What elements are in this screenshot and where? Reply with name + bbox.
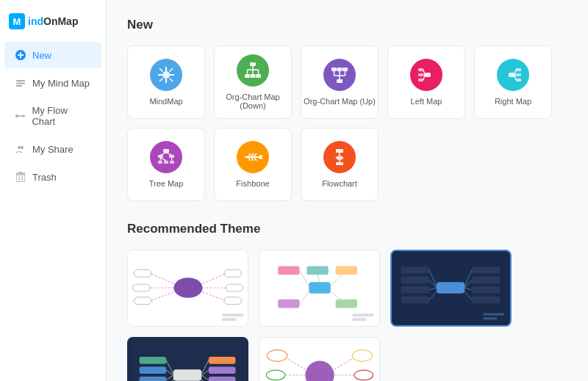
new-map-grid: MindMap Org-Chart Map (Down) Org-Chart M…: [127, 46, 567, 201]
right-map-icon-circle: [497, 59, 529, 91]
svg-rect-139: [209, 377, 236, 381]
svg-line-26: [159, 79, 163, 82]
tree-map-label: Tree Map: [149, 179, 184, 188]
theme-grid: [127, 250, 567, 381]
left-map-label: Left Map: [411, 97, 442, 106]
svg-rect-39: [343, 68, 348, 71]
sidebar-item-my-share[interactable]: My Share: [4, 136, 101, 162]
svg-line-51: [423, 75, 425, 80]
svg-rect-129: [401, 297, 429, 304]
svg-rect-78: [336, 149, 343, 153]
svg-point-11: [18, 146, 21, 149]
sidebar: M indOnMap New My Mind Map My Flow Chart…: [0, 0, 107, 381]
svg-rect-132: [483, 317, 497, 319]
org-down-label: Org-Chart Map (Down): [215, 92, 291, 110]
svg-line-66: [166, 153, 172, 155]
svg-rect-112: [352, 318, 367, 321]
map-card-tree-map[interactable]: Tree Map: [127, 128, 205, 201]
org-down-icon-circle: [237, 54, 269, 87]
sidebar-trash-label: Trash: [32, 172, 57, 183]
svg-rect-119: [472, 286, 500, 294]
svg-line-24: [170, 79, 173, 82]
map-card-left-map[interactable]: Left Map: [387, 46, 465, 119]
svg-rect-53: [516, 68, 521, 71]
flowchart-icon-circle: [323, 141, 356, 173]
flowchart-label: Flowchart: [322, 179, 357, 188]
theme-card-2[interactable]: [259, 250, 380, 327]
logo-text: indOnMap: [28, 15, 78, 27]
svg-rect-60: [158, 155, 163, 158]
svg-rect-45: [425, 73, 431, 77]
mindmap-icon-circle: [150, 59, 182, 91]
svg-rect-111: [352, 313, 373, 316]
svg-rect-48: [418, 79, 423, 81]
svg-rect-52: [509, 73, 514, 77]
svg-rect-101: [278, 266, 299, 275]
svg-line-65: [161, 153, 167, 155]
map-card-flowchart[interactable]: Flowchart: [301, 128, 379, 201]
svg-line-25: [170, 68, 173, 72]
svg-rect-7: [16, 85, 22, 87]
svg-rect-63: [164, 161, 168, 164]
logo-icon: M: [9, 13, 25, 29]
svg-text:M: M: [13, 16, 21, 27]
svg-rect-28: [245, 74, 250, 78]
left-map-icon-circle: [410, 59, 442, 91]
svg-rect-107: [278, 300, 299, 308]
map-card-org-up[interactable]: Org-Chart Map (Up): [301, 46, 379, 119]
svg-rect-37: [331, 68, 337, 71]
svg-rect-6: [16, 83, 25, 84]
svg-marker-79: [335, 155, 344, 161]
svg-rect-135: [209, 357, 236, 364]
mind-map-icon: [15, 77, 26, 89]
svg-marker-10: [23, 115, 26, 117]
svg-rect-145: [140, 366, 167, 374]
svg-rect-97: [222, 313, 243, 316]
main-content: New MindMap Org-Chart Map (Down) Org-Cha…: [107, 0, 588, 381]
mindmap-label: MindMap: [149, 97, 182, 106]
sidebar-item-trash[interactable]: Trash: [4, 164, 101, 190]
map-card-org-down[interactable]: Org-Chart Map (Down): [214, 46, 292, 119]
svg-line-58: [514, 75, 516, 80]
new-icon: [15, 49, 26, 61]
svg-rect-137: [209, 366, 236, 374]
svg-rect-121: [472, 297, 500, 304]
svg-point-8: [15, 115, 18, 117]
sidebar-item-my-mind-map[interactable]: My Mind Map: [4, 70, 101, 96]
map-card-mindmap[interactable]: MindMap: [127, 46, 205, 119]
map-card-fishbone[interactable]: Fishbone: [214, 128, 292, 201]
svg-rect-36: [337, 79, 343, 83]
new-section-title: New: [127, 18, 567, 32]
svg-point-84: [173, 277, 202, 297]
svg-rect-98: [222, 318, 237, 321]
svg-rect-64: [170, 161, 174, 164]
svg-rect-47: [418, 73, 423, 76]
svg-rect-30: [256, 74, 261, 78]
theme-card-5[interactable]: [259, 337, 380, 381]
sidebar-flow-chart-label: My Flow Chart: [32, 105, 91, 127]
svg-rect-147: [140, 377, 167, 381]
flow-chart-icon: [15, 110, 26, 122]
theme-card-3[interactable]: [390, 250, 512, 327]
svg-rect-61: [169, 155, 174, 158]
svg-rect-117: [472, 277, 500, 284]
svg-rect-127: [401, 286, 429, 294]
svg-point-18: [162, 71, 170, 79]
logo: M indOnMap: [0, 7, 106, 41]
svg-point-12: [21, 146, 24, 149]
svg-rect-14: [19, 172, 22, 173]
sidebar-share-label: My Share: [32, 144, 74, 155]
svg-rect-27: [250, 62, 256, 66]
sidebar-item-my-flow-chart[interactable]: My Flow Chart: [4, 98, 101, 134]
theme-card-4[interactable]: [127, 337, 248, 381]
svg-rect-115: [472, 266, 500, 274]
sidebar-mind-map-label: My Mind Map: [32, 78, 90, 89]
svg-rect-80: [336, 162, 343, 165]
sidebar-item-new[interactable]: New: [4, 42, 101, 68]
theme-card-1[interactable]: [127, 250, 248, 327]
svg-line-49: [423, 70, 425, 75]
svg-line-68: [161, 158, 167, 161]
map-card-right-map[interactable]: Right Map: [474, 46, 552, 119]
svg-rect-46: [418, 68, 423, 71]
svg-point-77: [259, 155, 262, 159]
